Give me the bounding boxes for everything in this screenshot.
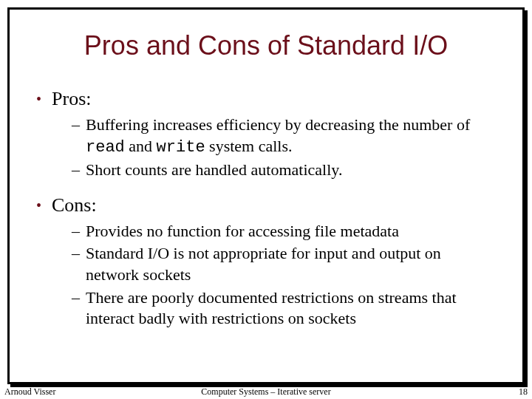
page-number: 18: [519, 386, 528, 398]
cons-label: Cons:: [52, 194, 97, 216]
footer-title: Computer Systems – Iterative server: [0, 386, 532, 398]
list-item: – Provides no function for accessing fil…: [72, 221, 496, 242]
dash-icon: –: [72, 287, 80, 309]
cons-list: – Provides no function for accessing fil…: [72, 221, 496, 330]
cons-item-3: There are poorly documented restrictions…: [86, 287, 496, 330]
list-item: – Standard I/O is not appropriate for in…: [72, 243, 496, 285]
pros-list: – Buffering increases efficiency by decr…: [72, 115, 496, 181]
pros-item-2: Short counts are handled automatically.: [86, 160, 496, 181]
list-item: – Short counts are handled automatically…: [72, 160, 496, 181]
cons-item-2: Standard I/O is not appropriate for inpu…: [86, 243, 496, 285]
footer: Arnoud Visser Computer Systems – Iterati…: [0, 384, 532, 399]
list-item: – There are poorly documented restrictio…: [72, 287, 496, 330]
cons-item-1: Provides no function for accessing file …: [86, 221, 496, 242]
pros-label: Pros:: [52, 88, 91, 110]
slide-title: Pros and Cons of Standard I/O: [36, 30, 496, 61]
dash-icon: –: [72, 243, 80, 265]
pros-heading: • Pros:: [36, 88, 496, 110]
dash-icon: –: [72, 160, 80, 181]
cons-heading: • Cons:: [36, 194, 496, 216]
list-item: – Buffering increases efficiency by decr…: [72, 115, 496, 158]
pros-item-1: Buffering increases efficiency by decrea…: [86, 115, 496, 158]
dash-icon: –: [72, 221, 80, 242]
dash-icon: –: [72, 115, 80, 136]
slide-frame: Pros and Cons of Standard I/O • Pros: – …: [7, 7, 525, 384]
bullet-icon: •: [36, 88, 41, 110]
bullet-icon: •: [36, 194, 41, 216]
